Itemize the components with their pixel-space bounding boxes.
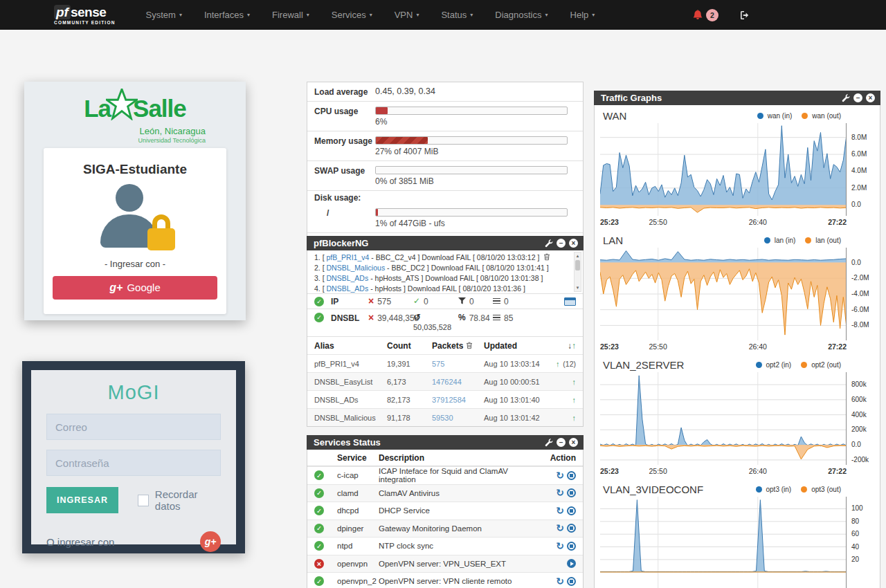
menu-firewall[interactable]: Firewall▾ [261, 0, 320, 30]
legend-label: opt2 (in) [766, 361, 792, 369]
menu-system[interactable]: System▾ [135, 0, 193, 30]
stop-service-icon[interactable] [567, 471, 576, 480]
service-running-icon: ✓ [314, 541, 324, 551]
close-icon[interactable]: × [569, 438, 578, 447]
y-tick-label: 40 [851, 543, 859, 551]
scroll-up-icon[interactable]: ▲ [575, 252, 581, 259]
wrench-icon[interactable] [842, 94, 850, 102]
pfsense-logo[interactable]: pfsense COMMUNITY EDITION [54, 5, 116, 26]
menu-services[interactable]: Services▾ [320, 0, 383, 30]
graph-y-axis: 800k600k400k200k0.0-200k [848, 372, 878, 465]
packets-link[interactable]: 37912584 [432, 396, 466, 404]
log-entry: 3. [ DNSBL_ADs - hpHosts_ATS ] Download … [314, 273, 569, 284]
table-view-icon[interactable] [564, 297, 576, 306]
wrench-icon[interactable] [545, 439, 553, 447]
sort-up-icon[interactable]: ↑ [572, 341, 576, 351]
notifications-bell-icon[interactable] [692, 9, 703, 21]
minimize-icon[interactable]: – [853, 93, 862, 102]
graph-header: WANwan (in)wan (out) [600, 105, 880, 123]
service-row: ×openvpnOpenVPN server: VPN_USER_EXT [307, 555, 583, 573]
restart-service-icon[interactable]: ↻ [556, 471, 564, 480]
packets-link[interactable]: 59530 [432, 414, 453, 422]
stop-service-icon[interactable] [567, 488, 576, 497]
scrollbar[interactable]: ▲ ▼ [574, 252, 581, 292]
logo-sense: sense [71, 6, 106, 19]
chevron-down-icon: ▾ [545, 12, 548, 18]
system-info-row: SWAP usage0% of 3851 MiB [307, 161, 583, 191]
x-tick-label: 26:40 [749, 342, 767, 351]
stop-service-icon[interactable] [567, 506, 576, 515]
recordar-checkbox[interactable] [138, 495, 149, 506]
stop-service-icon[interactable] [567, 542, 576, 551]
siga-heading: SIGA-Estudiante [44, 162, 226, 177]
graph-header: LANlan (in)lan (out) [600, 230, 880, 248]
lasalle-logo-salle: Salle [133, 95, 186, 122]
menu-label: Firewall [272, 10, 303, 20]
y-tick-label: 200k [851, 425, 867, 433]
y-tick-label: 8.0M [851, 134, 867, 141]
log-entry-link[interactable]: DNSBL_Malicious [327, 264, 386, 272]
packets-link[interactable]: 575 [432, 360, 444, 368]
x-tick-label: 25:23 [600, 342, 619, 351]
signout-icon[interactable] [739, 10, 750, 21]
log-entry-text: - hpHosts_ATS ] Download FAIL [ 08/10/20… [368, 274, 543, 282]
graph-x-axis: 25:2325:5026:4027:22 [600, 216, 847, 230]
notification-count-badge[interactable]: 2 [706, 9, 718, 21]
restart-service-icon[interactable]: ↻ [556, 524, 564, 533]
menu-help[interactable]: Help▾ [559, 0, 606, 30]
log-entry-num: 2. [ [314, 264, 327, 272]
log-entry: 4. [ DNSBL_ADs - hpHosts ] Download FAIL… [314, 284, 569, 293]
restart-service-icon[interactable]: ↻ [556, 577, 564, 586]
log-entry-link[interactable]: DNSBL_ADs [327, 284, 369, 293]
menu-vpn[interactable]: VPN▾ [383, 0, 431, 30]
packets-link[interactable]: 1476244 [432, 378, 462, 386]
google-login-button[interactable]: g+Google [53, 276, 217, 300]
start-service-icon[interactable] [567, 559, 576, 568]
legend-dot [801, 362, 807, 368]
restart-service-icon[interactable]: ↻ [556, 542, 564, 551]
dnsbl-list-count: 85 [504, 313, 513, 323]
services-table-header: Service Description Action [307, 450, 583, 466]
graph-plot: 0.0-2.0M-4.0M-6.0M-8.0M [600, 248, 847, 340]
service-name: dpinger [337, 524, 379, 533]
wrench-icon[interactable] [545, 239, 553, 248]
packets-cell: 37912584 [432, 396, 484, 404]
minimize-icon[interactable]: – [557, 239, 566, 248]
history-icon: ↺ [413, 313, 451, 322]
service-running-icon: ✓ [314, 506, 324, 515]
dnsbl-history-count: 50,035,528 [413, 323, 451, 331]
close-icon[interactable]: × [866, 93, 875, 102]
chevron-down-icon: ▾ [370, 12, 372, 18]
graph-title: VLAN_2SERVER [603, 359, 684, 371]
correo-input[interactable] [46, 414, 221, 440]
legend-label: lan (in) [775, 237, 796, 244]
close-icon[interactable]: × [569, 239, 578, 248]
restart-service-icon[interactable]: ↻ [556, 488, 564, 497]
log-entry-link[interactable]: pfB_PRI1_v4 [327, 253, 370, 261]
log-entry: 1. [ pfB_PRI1_v4 - BBC_C2_v4 ] Download … [314, 252, 569, 263]
service-stopped-icon: × [314, 559, 324, 569]
traffic-graphs-body: WANwan (in)wan (out)8.0M6.0M4.0M2.0M0.02… [594, 105, 880, 588]
trash-icon[interactable] [539, 253, 550, 261]
table-row: DNSBL_Malicious91,17859530Aug 10 13:01:4… [307, 408, 583, 426]
stop-service-icon[interactable] [567, 577, 576, 586]
menu-label: Status [441, 10, 467, 20]
scroll-down-icon[interactable]: ▼ [575, 284, 581, 291]
contrasena-input[interactable] [46, 450, 221, 476]
log-entry-link[interactable]: DNSBL_ADs [327, 274, 369, 282]
minimize-icon[interactable]: – [557, 438, 566, 447]
ingresar-button[interactable]: INGRESAR [46, 487, 118, 513]
menu-status[interactable]: Status▾ [430, 0, 484, 30]
menu-interfaces[interactable]: Interfaces▾ [193, 0, 261, 30]
service-actions: ↻ [545, 488, 576, 497]
scroll-thumb[interactable] [575, 260, 580, 270]
col-packets: Packets [432, 341, 463, 351]
google-plus-circle-icon[interactable]: g+ [200, 531, 221, 552]
restart-service-icon[interactable]: ↻ [556, 506, 564, 515]
graph-plot: 8.0M6.0M4.0M2.0M0.0 [600, 123, 847, 216]
trash-icon[interactable] [466, 342, 473, 349]
menu-diagnostics[interactable]: Diagnostics▾ [484, 0, 559, 30]
stop-service-icon[interactable] [567, 524, 576, 533]
o-ingresar-label: O ingresar con [46, 536, 114, 548]
services-rows: ✓c-icapICAP Inteface for Squid and ClamA… [307, 466, 583, 588]
